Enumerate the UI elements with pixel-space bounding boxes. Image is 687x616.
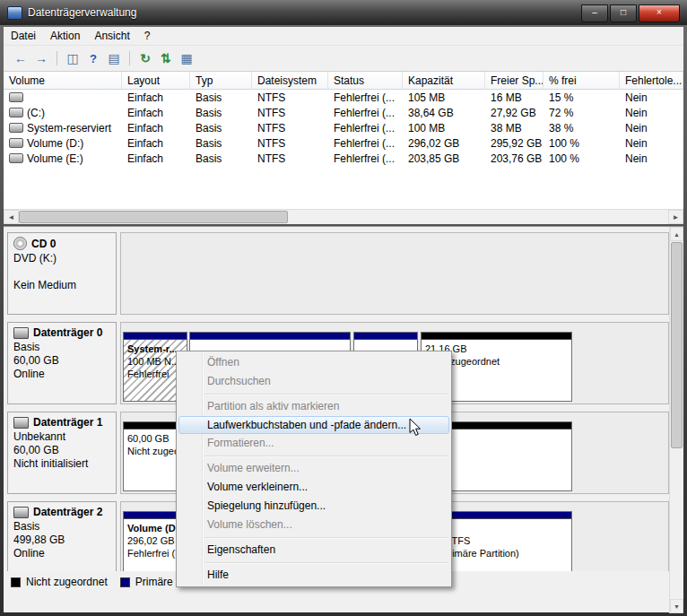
minimize-button[interactable]: – — [581, 4, 608, 22]
volume-dateisystem: NTFS — [252, 91, 328, 104]
disk-sub-line: Online — [13, 368, 110, 381]
disk-sub-line — [13, 265, 110, 279]
column-header-fehlertoleranz[interactable]: Fehlertole... — [620, 72, 683, 89]
volume-dateisystem: NTFS — [252, 152, 328, 165]
cd-icon — [13, 237, 27, 250]
volume-list: Volume Layout Typ Dateisystem Status Kap… — [4, 72, 683, 209]
disk-row-cd0: CD 0 DVD (K:) Kein Medium — [7, 230, 669, 317]
volume-row[interactable]: Einfach Basis NTFS Fehlerfrei (... 105 M… — [4, 90, 683, 105]
partition-status: Fehlerfrei — [127, 368, 183, 380]
menu-datei[interactable]: Datei — [4, 28, 43, 44]
column-header-kapazitaet[interactable]: Kapazität — [403, 72, 485, 89]
volume-prozent-frei: 100 % — [544, 137, 620, 150]
partition-color-bar — [124, 333, 187, 340]
disk1-label[interactable]: Datenträger 1 Unbekannt 60,00 GB Nicht i… — [7, 412, 117, 494]
volume-prozent-frei: 15 % — [544, 91, 620, 104]
volume-name: (C:) — [27, 107, 45, 119]
properties-icon[interactable]: ▦ — [178, 50, 195, 66]
menu-separator — [204, 562, 448, 563]
scrollbar-thumb[interactable] — [671, 242, 683, 448]
show-action-pane-icon[interactable]: ▤ — [106, 50, 122, 66]
scroll-left-icon[interactable]: ◄ — [4, 210, 19, 224]
menu-item-volume-verkleinern[interactable]: Volume verkleinern... — [177, 478, 451, 497]
disk-icon — [13, 327, 29, 339]
column-header-volume[interactable]: Volume — [4, 72, 122, 89]
cd0-label[interactable]: CD 0 DVD (K:) Kein Medium — [7, 232, 117, 315]
scroll-down-icon[interactable]: ▼ — [670, 599, 683, 613]
maximize-button[interactable]: □ — [610, 4, 637, 22]
close-button[interactable]: × — [639, 4, 680, 22]
disk-sub-line: Basis — [13, 341, 110, 354]
volume-list-header: Volume Layout Typ Dateisystem Status Kap… — [4, 72, 683, 90]
legend-swatch-unallocated — [11, 577, 21, 587]
menu-separator — [204, 537, 448, 538]
forward-icon[interactable]: → — [33, 50, 49, 66]
cd0-region — [120, 232, 669, 315]
volume-dateisystem: NTFS — [252, 107, 328, 119]
disk-sub-line: Online — [13, 547, 110, 560]
column-header-layout[interactable]: Layout — [122, 72, 190, 89]
menu-item-partition-aktiv: Partition als aktiv markieren — [177, 397, 451, 416]
menu-item-durchsuchen: Durchsuchen — [177, 372, 451, 391]
help-icon[interactable]: ? — [85, 50, 101, 66]
menu-ansicht[interactable]: Ansicht — [87, 28, 136, 44]
volume-kapazitaet: 100 MB — [403, 122, 485, 134]
menu-item-spiegelung[interactable]: Spiegelung hinzufügen... — [177, 497, 451, 516]
column-header-typ[interactable]: Typ — [190, 72, 252, 89]
disk-title-text: Datenträger 0 — [33, 326, 102, 339]
column-header-status[interactable]: Status — [328, 72, 403, 89]
volume-layout: Einfach — [122, 137, 190, 150]
volume-typ: Basis — [190, 91, 252, 104]
volume-status: Fehlerfrei (... — [328, 137, 403, 150]
disk0-label[interactable]: Datenträger 0 Basis 60,00 GB Online — [7, 322, 117, 404]
menu-item-volume-erweitern: Volume erweitern... — [177, 459, 451, 478]
scrollbar-thumb[interactable] — [19, 211, 288, 223]
column-header-prozent-frei[interactable]: % frei — [544, 72, 620, 89]
volume-kapazitaet: 105 MB — [403, 91, 485, 104]
volume-row[interactable]: System-reserviert Einfach Basis NTFS Feh… — [4, 120, 683, 135]
column-header-freier-speicher[interactable]: Freier Sp... — [485, 72, 544, 89]
refresh-icon[interactable]: ↻ — [137, 50, 153, 66]
volume-freier-speicher: 27,92 GB — [485, 107, 544, 119]
volume-status: Fehlerfrei (... — [328, 122, 403, 134]
volume-icon — [9, 123, 23, 133]
menu-item-hilfe[interactable]: Hilfe — [177, 566, 451, 585]
volume-icon — [9, 138, 23, 148]
context-menu: Öffnen Durchsuchen Partition als aktiv m… — [176, 351, 452, 587]
toolbar: ← → ◫ ? ▤ ↻ ⇅ ▦ — [4, 46, 683, 72]
menu-aktion[interactable]: Aktion — [43, 28, 87, 44]
volume-freier-speicher: 295,92 GB — [485, 137, 544, 150]
scroll-up-icon[interactable]: ▲ — [670, 227, 683, 241]
titlebar[interactable]: Datenträgerverwaltung – □ × — [0, 0, 687, 25]
volume-name: Volume (E:) — [27, 152, 83, 165]
menu-item-volume-loeschen: Volume löschen... — [177, 516, 451, 534]
disk2-label[interactable]: Datenträger 2 Basis 499,88 GB Online — [7, 501, 117, 571]
volume-freier-speicher: 203,76 GB — [485, 152, 544, 165]
show-console-tree-icon[interactable]: ◫ — [65, 50, 81, 66]
disk-icon — [13, 417, 29, 429]
rescan-disks-icon[interactable]: ⇅ — [158, 50, 174, 66]
volume-icon — [9, 153, 23, 163]
vertical-scrollbar[interactable]: ▲ ▼ — [669, 227, 683, 613]
menu-item-eigenschaften[interactable]: Eigenschaften — [177, 541, 451, 560]
disk-sub-line: Nicht initialisiert — [13, 457, 110, 471]
disk-icon — [13, 507, 29, 518]
volume-kapazitaet: 38,64 GB — [403, 107, 485, 119]
volume-layout: Einfach — [122, 152, 190, 165]
volume-freier-speicher: 16 MB — [485, 91, 544, 104]
column-header-dateisystem[interactable]: Dateisystem — [252, 72, 328, 89]
volume-name: System-reserviert — [27, 122, 111, 134]
volume-row[interactable]: (C:) Einfach Basis NTFS Fehlerfrei (... … — [4, 105, 683, 120]
volume-row[interactable]: Volume (E:) Einfach Basis NTFS Fehlerfre… — [4, 151, 683, 166]
horizontal-scrollbar[interactable]: ◄ ► — [4, 209, 683, 224]
scroll-right-icon[interactable]: ► — [668, 210, 683, 224]
volume-layout: Einfach — [122, 122, 190, 134]
back-icon[interactable]: ← — [13, 50, 29, 66]
menu-hilfe[interactable]: ? — [137, 28, 158, 44]
disk-title-text: Datenträger 1 — [33, 416, 102, 429]
window-title: Datenträgerverwaltung — [28, 6, 136, 19]
volume-layout: Einfach — [122, 91, 190, 104]
disk-title-text: Datenträger 2 — [33, 506, 102, 518]
volume-row[interactable]: Volume (D:) Einfach Basis NTFS Fehlerfre… — [4, 135, 683, 151]
volume-freier-speicher: 38 MB — [485, 122, 544, 134]
